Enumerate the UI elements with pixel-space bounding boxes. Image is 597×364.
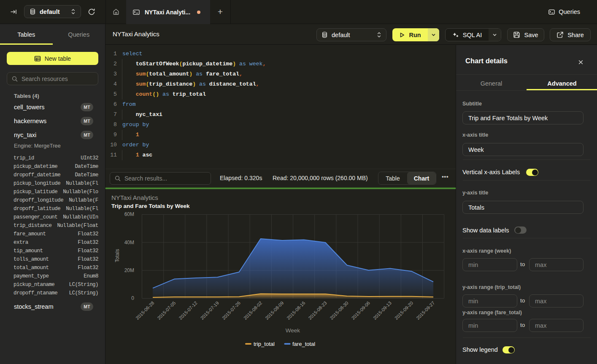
svg-text:2015-07-26: 2015-07-26 [221,300,241,321]
svg-text:0: 0 [131,295,134,301]
svg-text:Trip and Fare Totals by Week: Trip and Fare Totals by Week [111,203,190,209]
svg-text:2015-08-16: 2015-08-16 [286,300,306,321]
svg-text:2015-07-05: 2015-07-05 [156,300,176,321]
svg-text:Totals: Totals [114,249,120,262]
svg-text:20M: 20M [124,267,134,273]
svg-text:2015-09-06: 2015-09-06 [351,300,371,321]
svg-text:fare_total: fare_total [292,341,315,347]
svg-text:Week: Week [286,327,300,334]
svg-text:2015-09-27: 2015-09-27 [415,300,435,321]
svg-text:2015-09-20: 2015-09-20 [394,300,414,321]
svg-text:2015-08-09: 2015-08-09 [264,300,284,321]
svg-text:NYTaxi Analytics: NYTaxi Analytics [111,194,158,201]
svg-text:40M: 40M [124,240,134,245]
svg-text:2015-08-02: 2015-08-02 [243,300,263,321]
svg-text:2015-07-12: 2015-07-12 [178,300,198,321]
svg-text:2015-06-28: 2015-06-28 [135,300,155,321]
svg-text:2015-09-13: 2015-09-13 [372,300,392,321]
svg-text:2015-07-19: 2015-07-19 [200,300,220,321]
svg-text:60M: 60M [124,211,134,217]
svg-text:trip_total: trip_total [254,341,275,347]
svg-text:2015-08-30: 2015-08-30 [329,300,349,321]
svg-text:2015-08-23: 2015-08-23 [307,300,327,321]
